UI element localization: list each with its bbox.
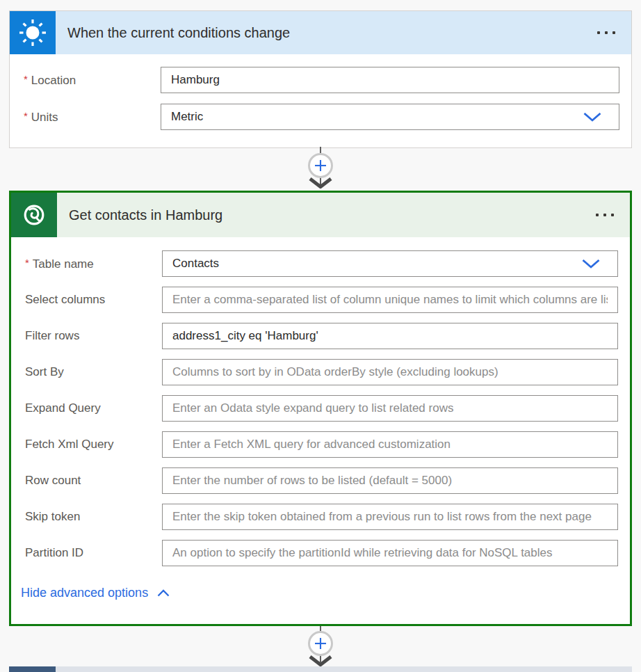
action-card-title: Get contacts in Hamburg (57, 193, 596, 237)
required-asterisk: * (24, 110, 28, 122)
field-row: Select columns (11, 287, 618, 313)
field-label: Row count (11, 474, 162, 488)
arrow-down-icon (309, 177, 332, 189)
trigger-card-header[interactable]: When the current conditions change (10, 11, 631, 54)
filter-rows-input[interactable] (162, 323, 618, 349)
field-row: Filter rows (11, 323, 618, 349)
required-asterisk: * (24, 73, 28, 85)
sun-icon (10, 11, 56, 54)
fetch-xml-query-input[interactable] (162, 431, 618, 458)
trigger-menu-button[interactable] (597, 11, 631, 54)
field-row: Sort By (11, 359, 618, 385)
row-count-input[interactable] (162, 467, 618, 494)
field-label: *Units (10, 110, 161, 125)
expand-query-input[interactable] (162, 395, 618, 422)
sort-by-input[interactable] (162, 359, 618, 385)
next-card-header[interactable] (56, 666, 632, 672)
field-label: Sort By (11, 365, 162, 379)
field-label: Select columns (11, 293, 162, 307)
field-label: Skip token (11, 510, 162, 524)
chevron-down-icon[interactable] (582, 259, 600, 269)
next-card-icon (9, 666, 56, 672)
units-select[interactable] (161, 104, 619, 130)
trigger-card-body: *Location *Units (10, 54, 631, 130)
field-row: Partition ID (11, 540, 618, 566)
trigger-card-title: When the current conditions change (56, 11, 597, 54)
arrow-down-icon (309, 655, 332, 666)
action-card: Get contacts in Hamburg *Table name Sele… (9, 191, 632, 626)
field-label: Fetch Xml Query (11, 438, 162, 451)
required-asterisk: * (25, 257, 29, 269)
insert-step-button[interactable] (308, 153, 333, 178)
field-label: *Location (10, 73, 161, 88)
field-row: *Table name (11, 250, 618, 277)
select-columns-input[interactable] (162, 287, 618, 313)
action-card-body: *Table name Select columns Filter rows S… (11, 237, 630, 600)
field-row: *Location (10, 67, 619, 93)
location-input[interactable] (161, 67, 619, 93)
insert-step-button[interactable] (308, 631, 333, 656)
action-card-header[interactable]: Get contacts in Hamburg (11, 193, 630, 237)
skip-token-input[interactable] (162, 504, 618, 530)
trigger-card: When the current conditions change *Loca… (9, 10, 632, 148)
field-label: Partition ID (11, 546, 162, 560)
flow-designer-canvas: When the current conditions change *Loca… (0, 0, 641, 672)
field-row: *Units (10, 104, 619, 130)
field-row: Skip token (11, 504, 618, 530)
field-label: *Table name (11, 257, 162, 271)
chevron-down-icon[interactable] (583, 113, 601, 122)
field-row: Row count (11, 467, 618, 494)
chevron-up-icon (157, 589, 170, 597)
field-label: Filter rows (11, 329, 162, 343)
dataverse-icon (11, 193, 57, 237)
partition-id-input[interactable] (162, 540, 618, 566)
hide-advanced-options-link[interactable]: Hide advanced options (21, 586, 630, 600)
table-name-select[interactable] (162, 250, 618, 277)
field-row: Fetch Xml Query (11, 431, 618, 458)
field-row: Expand Query (11, 395, 618, 422)
field-label: Expand Query (11, 401, 162, 415)
action-menu-button[interactable] (596, 193, 630, 237)
